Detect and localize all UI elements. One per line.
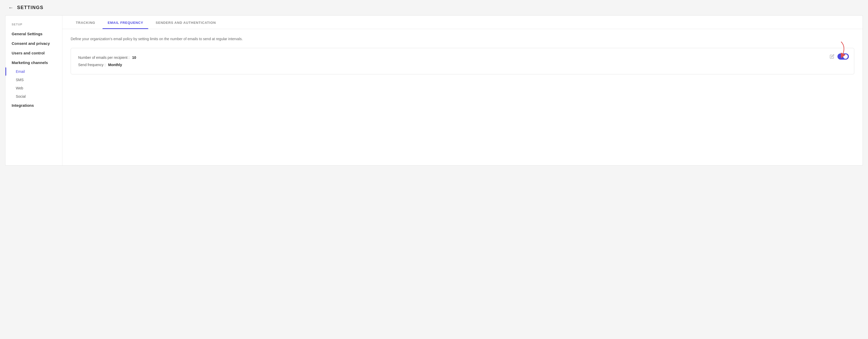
emails-per-recipient-row: Number of emails per recipient : 10 (78, 55, 847, 60)
sidebar-item-social[interactable]: Social (5, 92, 62, 101)
edit-button[interactable] (830, 54, 834, 59)
sidebar-section-label: SETUP (5, 23, 62, 29)
sidebar-item-consent-privacy[interactable]: Consent and privacy (5, 38, 62, 48)
sidebar-item-web[interactable]: Web (5, 84, 62, 92)
sidebar: SETUP General Settings Consent and priva… (5, 16, 62, 165)
main-layout: SETUP General Settings Consent and priva… (5, 15, 863, 166)
emails-per-recipient-value: 10 (132, 55, 136, 60)
tab-senders-auth[interactable]: SENDERS AND AUTHENTICATION (150, 16, 221, 29)
page-header: ← SETTINGS (0, 0, 868, 15)
content-area: TRACKING EMAIL FREQUENCY SENDERS AND AUT… (62, 16, 863, 165)
send-frequency-label: Send frequency : (78, 63, 105, 67)
content-body: Define your organization's email policy … (62, 29, 863, 82)
tabs-bar: TRACKING EMAIL FREQUENCY SENDERS AND AUT… (62, 16, 863, 29)
sidebar-item-marketing-channels[interactable]: Marketing channels (5, 58, 62, 67)
sidebar-item-general-settings[interactable]: General Settings (5, 29, 62, 38)
page-title: SETTINGS (17, 5, 43, 10)
card-actions (830, 53, 849, 60)
emails-per-recipient-label: Number of emails per recipient : (78, 55, 129, 60)
back-button[interactable]: ← (8, 5, 13, 11)
sidebar-item-users-control[interactable]: Users and control (5, 48, 62, 58)
tab-email-frequency[interactable]: EMAIL FREQUENCY (102, 16, 148, 29)
sidebar-item-sms[interactable]: SMS (5, 76, 62, 84)
tab-tracking[interactable]: TRACKING (71, 16, 100, 29)
sidebar-item-email[interactable]: Email (5, 67, 62, 76)
settings-card: Number of emails per recipient : 10 Send… (71, 48, 854, 75)
description-text: Define your organization's email policy … (71, 36, 854, 42)
sidebar-item-integrations[interactable]: Integrations (5, 101, 62, 110)
frequency-toggle[interactable] (837, 53, 849, 60)
send-frequency-value: Monthly (108, 63, 122, 67)
send-frequency-row: Send frequency : Monthly (78, 63, 847, 67)
